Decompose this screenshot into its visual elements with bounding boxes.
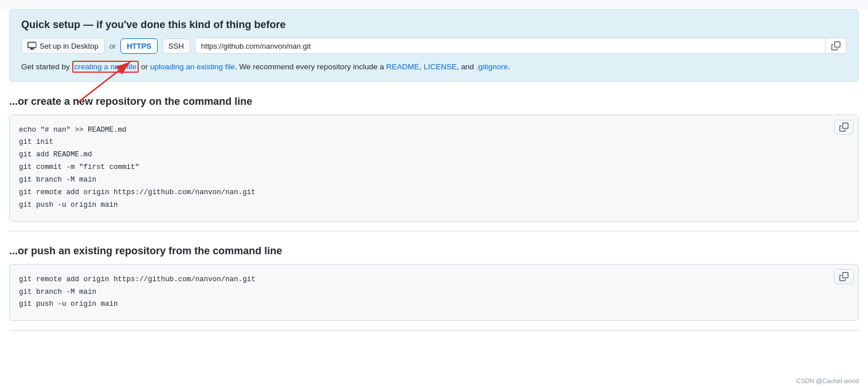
copy-push-repo-button[interactable]: [834, 269, 854, 284]
copy-code-icon: [839, 123, 849, 132]
copy-url-button[interactable]: [825, 38, 846, 53]
readme-link[interactable]: README: [386, 62, 420, 71]
create-repo-code-block: echo "# nan" >> README.md git init git a…: [9, 115, 859, 222]
copy-create-repo-button[interactable]: [834, 120, 854, 135]
creating-new-file-link[interactable]: creating a new file: [72, 61, 139, 73]
page-wrapper: Quick setup — if you've done this kind o…: [0, 9, 868, 390]
url-bar: [195, 38, 847, 54]
push-repo-code-block: git remote add origin https://github.com…: [9, 264, 859, 321]
comma1: ,: [419, 62, 424, 71]
license-link[interactable]: LICENSE: [424, 62, 457, 71]
quick-setup-title: Quick setup — if you've done this kind o…: [21, 19, 847, 31]
create-repo-code: echo "# nan" >> README.md git init git a…: [19, 124, 849, 212]
setup-toolbar: Set up in Desktop or HTTPS SSH: [21, 38, 847, 54]
setup-desktop-button[interactable]: Set up in Desktop: [21, 38, 105, 54]
push-repo-title: ...or push an existing repository from t…: [9, 245, 859, 257]
uploading-existing-link[interactable]: uploading an existing file: [150, 62, 235, 71]
push-repo-code: git remote add origin https://github.com…: [19, 274, 849, 312]
get-started-text: Get started by creating a new file or up…: [21, 61, 847, 73]
get-started-prefix: Get started by: [21, 62, 72, 71]
copy-push-icon: [839, 272, 849, 281]
period: .: [508, 62, 510, 71]
desktop-icon: [28, 41, 37, 50]
quick-setup-section: Quick setup — if you've done this kind o…: [9, 9, 859, 82]
watermark: CSDN @Cachel wood: [796, 377, 859, 384]
create-repo-title: ...or create a new repository on the com…: [9, 96, 859, 108]
gitignore-link[interactable]: .gitignore: [476, 62, 508, 71]
or-text: or: [110, 42, 116, 50]
push-repo-section: ...or push an existing repository from t…: [9, 245, 859, 331]
https-button[interactable]: HTTPS: [120, 38, 158, 54]
get-started-suffix: . We recommend every repository include …: [235, 62, 386, 71]
copy-icon: [831, 41, 840, 50]
create-repo-section: ...or create a new repository on the com…: [9, 96, 859, 231]
url-input[interactable]: [196, 39, 825, 53]
comma2: , and: [457, 62, 476, 71]
ssh-button[interactable]: SSH: [162, 38, 190, 54]
setup-desktop-label: Set up in Desktop: [40, 42, 99, 50]
get-started-middle: or: [139, 62, 150, 71]
